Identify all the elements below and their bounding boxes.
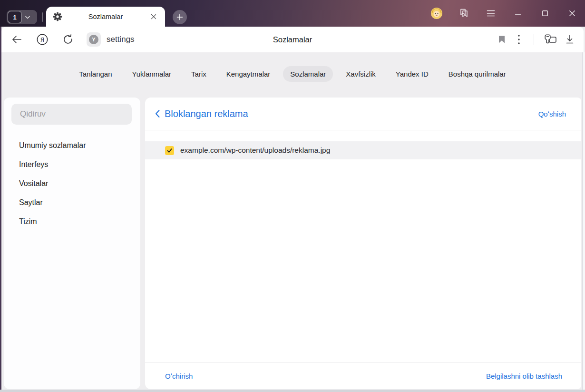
downloads-button[interactable]	[564, 33, 576, 46]
new-tab-button[interactable]	[173, 10, 187, 24]
menu-button[interactable]	[485, 7, 497, 20]
titlebar: 1 Sozlamalar	[0, 0, 585, 27]
arrow-left-icon	[11, 35, 22, 44]
tab-close-button[interactable]	[149, 12, 158, 21]
blocked-ad-row[interactable]: example.com/wp-content/uploads/reklama.j…	[145, 141, 581, 159]
site-favicon: Y	[87, 32, 101, 47]
nav-tab-boshqa-qurilmalar[interactable]: Boshqa qurilmalar	[441, 66, 513, 82]
more-button[interactable]	[513, 33, 525, 46]
window-left-border	[0, 27, 1, 390]
collections-button[interactable]	[458, 7, 470, 20]
nav-tab-kengaytmalar[interactable]: Kengaytmalar	[219, 66, 278, 82]
sidebar-item-umumiy-sozlamalar[interactable]: Umumiy sozlamalar	[4, 136, 140, 155]
section-heading: Bloklangan reklama	[165, 108, 248, 119]
content-footer: Oʻchirish Belgilashni olib tashlash	[145, 363, 581, 389]
minimize-icon	[514, 10, 522, 17]
bookmark-button[interactable]	[496, 33, 508, 46]
settings-nav: Tanlangan Yuklanmalar Tarix Kengaytmalar…	[0, 66, 585, 82]
sidebar-item-vositalar[interactable]: Vositalar	[4, 174, 140, 193]
yandex-logo-icon: Я	[36, 33, 49, 46]
close-window-button[interactable]	[566, 7, 578, 20]
search-input[interactable]	[11, 104, 132, 125]
avatar[interactable]	[430, 7, 443, 20]
window-bottom-border	[0, 390, 585, 392]
nav-tab-sozlamalar[interactable]: Sozlamalar	[283, 66, 333, 82]
nav-tab-yuklanmalar[interactable]: Yuklanmalar	[125, 66, 179, 82]
sidebar-item-interfeys[interactable]: Interfeys	[4, 155, 140, 174]
add-link[interactable]: Qoʻshish	[538, 110, 566, 118]
hamburger-icon	[486, 10, 496, 17]
nav-tab-xavfsizlik[interactable]: Xavfsizlik	[339, 66, 383, 82]
header-divider	[145, 130, 581, 130]
row-checkbox[interactable]	[165, 146, 174, 155]
back-button[interactable]	[10, 33, 23, 46]
tab-title: Sozlamalar	[62, 13, 149, 20]
yandex-home-button[interactable]: Я	[36, 33, 49, 46]
window-right-border	[582, 52, 585, 390]
delete-link[interactable]: Oʻchirish	[165, 372, 193, 380]
extensions-icon	[543, 33, 558, 46]
bookmark-icon	[498, 35, 505, 44]
collections-icon	[458, 8, 469, 19]
close-icon	[151, 14, 156, 20]
maximize-icon	[541, 10, 549, 17]
titlebar-controls	[430, 0, 578, 27]
blocked-ads-back-button[interactable]: Bloklangan reklama	[155, 108, 248, 119]
content-header: Bloklangan reklama Qoʻshish	[145, 98, 581, 130]
toolbar: Я Y settings Sozlamalar	[1, 27, 584, 52]
sidebar: Umumiy sozlamalar Interfeys Vositalar Sa…	[4, 98, 140, 389]
nav-tab-yandex-id[interactable]: Yandex ID	[389, 66, 436, 82]
site-favicon-letter: Y	[89, 35, 98, 44]
chevron-down-icon	[25, 16, 30, 19]
svg-text:Я: Я	[40, 37, 44, 43]
page-title: Sozlamalar	[273, 27, 312, 52]
tab-count-badge: 1	[8, 11, 22, 23]
plus-icon	[176, 14, 183, 20]
titlebar-divider	[42, 12, 43, 22]
browser-tab-settings[interactable]: Sozlamalar	[46, 7, 165, 27]
browser-window: 1 Sozlamalar	[0, 0, 585, 392]
nav-tab-tanlangan[interactable]: Tanlangan	[72, 66, 119, 82]
extensions-button[interactable]	[543, 33, 559, 46]
refresh-button[interactable]	[62, 33, 74, 46]
clear-selection-link[interactable]: Belgilashni olib tashlash	[486, 372, 562, 380]
tab-group-counter[interactable]: 1	[7, 10, 37, 24]
address-text[interactable]: settings	[107, 35, 135, 44]
toolbar-divider	[534, 34, 534, 45]
sidebar-item-tizim[interactable]: Tizim	[4, 212, 140, 231]
kebab-icon	[517, 34, 520, 45]
download-icon	[564, 34, 575, 45]
chevron-left-icon	[155, 109, 160, 118]
nav-tab-tarix[interactable]: Tarix	[184, 66, 214, 82]
close-icon	[568, 10, 576, 17]
maximize-button[interactable]	[539, 7, 551, 20]
sidebar-item-saytlar[interactable]: Saytlar	[4, 193, 140, 212]
content-panel: Bloklangan reklama Qoʻshish example.com/…	[145, 98, 581, 389]
blocked-ad-url: example.com/wp-content/uploads/reklama.j…	[180, 146, 330, 155]
refresh-icon	[62, 34, 74, 45]
minimize-button[interactable]	[512, 7, 524, 20]
check-icon	[166, 147, 173, 154]
gear-icon	[53, 12, 62, 21]
